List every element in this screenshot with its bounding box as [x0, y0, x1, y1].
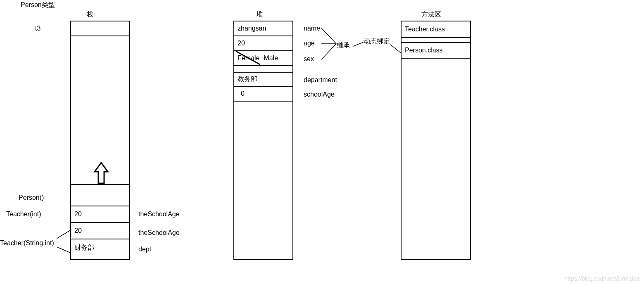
- heap-schoolage-label: schoolAge: [304, 91, 335, 98]
- method-area-teacher-class: Teacher.class: [402, 21, 470, 38]
- method-area-person-class: Person.class: [402, 42, 470, 59]
- heap-age-label: age: [304, 40, 315, 47]
- stack-cell-t3: [71, 21, 129, 36]
- heap-cell-age: 20: [234, 36, 292, 51]
- heap-column: zhangsan 20 Female Male 教务部 0: [233, 21, 293, 260]
- stack-cell-schoolage-1: 20: [71, 206, 129, 223]
- svg-line-7: [390, 45, 401, 53]
- heap-cell-schoolage: 0: [234, 87, 292, 102]
- teacher-string-int-connector-1: [57, 230, 70, 239]
- heap-name-label: name: [304, 25, 320, 32]
- stack-cell-schoolage-2: 20: [71, 223, 129, 239]
- sex-new-value: Male: [264, 54, 278, 62]
- svg-line-1: [57, 247, 70, 253]
- heap-gap-1: [234, 66, 292, 72]
- method-area-column: Teacher.class Person.class: [401, 21, 471, 260]
- heap-cell-name: zhangsan: [234, 21, 292, 36]
- person-type-label: Person类型: [21, 1, 55, 9]
- dynamic-binding-connector: [353, 41, 401, 54]
- t3-label: t3: [35, 25, 40, 32]
- teacher-string-int-label: Teacher(String,int): [0, 239, 54, 247]
- heap-sex-label: sex: [304, 55, 314, 63]
- stack-cell-person: [71, 184, 129, 206]
- dept-label: dept: [138, 246, 151, 253]
- svg-line-2: [236, 51, 260, 64]
- heap-cell-sex: Female Male: [234, 51, 292, 66]
- method-area-gap: [402, 38, 470, 42]
- strikethrough-icon: [235, 50, 264, 66]
- svg-line-6: [353, 42, 364, 46]
- inherit-label: 继承: [337, 41, 350, 50]
- person-ctor-label: Person(): [19, 194, 44, 201]
- heap-department-label: department: [304, 76, 337, 84]
- schoolage2-label: theSchoolAge: [138, 229, 180, 237]
- inherit-connector: [321, 26, 338, 63]
- teacher-string-int-connector-2: [57, 247, 70, 254]
- stack-title: 栈: [87, 10, 93, 19]
- up-arrow-icon: [93, 162, 109, 187]
- svg-line-3: [321, 28, 336, 44]
- schoolage1-label: theSchoolAge: [138, 211, 180, 218]
- teacher-int-label: Teacher(int): [6, 211, 41, 218]
- heap-cell-department: 教务部: [234, 72, 292, 87]
- svg-line-5: [321, 44, 336, 59]
- method-area-title: 方法区: [421, 10, 441, 19]
- watermark: https://blog.csdn.net/DrMaker: [564, 275, 640, 282]
- stack-cell-dept: 财务部: [71, 239, 129, 256]
- stack-column: 20 20 财务部: [70, 21, 130, 260]
- heap-title: 堆: [256, 10, 263, 19]
- svg-line-0: [57, 230, 70, 239]
